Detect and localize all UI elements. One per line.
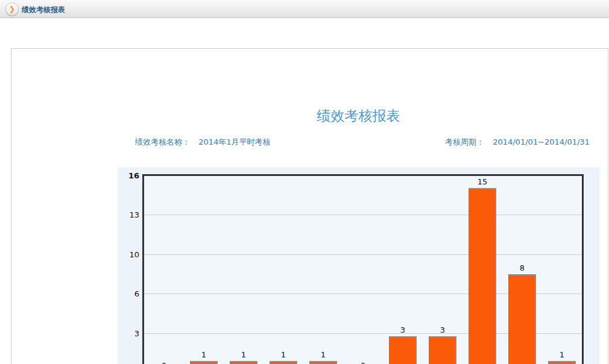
score-distribution-chart: 011110331581 036101316 0-1010-2020-3030-… (118, 168, 599, 364)
assessment-name-value: 2014年1月平时考核 (198, 137, 270, 146)
y-tick-label: 10 (118, 250, 139, 260)
bar (469, 188, 496, 364)
plot-area: 011110331581 (142, 174, 584, 364)
bar (190, 361, 218, 364)
bar-value-label: 8 (502, 263, 542, 272)
bar-value-label: 1 (303, 350, 343, 359)
report-panel: 绩效考核报表 绩效考核名称： 2014年1月平时考核 考核周期： 2014/01… (11, 48, 608, 364)
bar (270, 361, 297, 364)
bar-value-label: 1 (224, 350, 263, 359)
bar (389, 336, 417, 364)
bar-value-label: 1 (542, 350, 582, 359)
breadcrumb-title: 绩效考核报表 (22, 5, 65, 15)
chevron-right-icon: ❯ (5, 2, 19, 16)
gridline (144, 215, 582, 215)
bar-value-label: 1 (263, 350, 303, 359)
bar (508, 274, 536, 364)
y-tick-label: 3 (118, 329, 139, 339)
bar-value-label: 15 (462, 177, 502, 186)
y-tick-label: 16 (118, 171, 139, 181)
gridline (144, 254, 582, 255)
bar-value-label: 0 (144, 361, 184, 364)
assessment-period-field: 考核周期： 2014/01/01~2014/01/31 (445, 137, 590, 148)
bar (429, 336, 456, 364)
bar (230, 361, 257, 364)
bar-value-label: 3 (423, 325, 462, 334)
assessment-name-field: 绩效考核名称： 2014年1月平时考核 (135, 137, 271, 148)
top-breadcrumb-bar: ❯ 绩效考核报表 (0, 0, 609, 18)
y-tick-label: 13 (118, 210, 139, 220)
bar (548, 361, 576, 364)
bar-value-label: 1 (184, 350, 224, 359)
report-title: 绩效考核报表 (118, 107, 599, 125)
y-tick-label: 6 (118, 289, 139, 299)
bar-value-label: 0 (343, 361, 383, 364)
assessment-name-label: 绩效考核名称： (135, 137, 190, 146)
bar (309, 361, 337, 364)
bar-value-label: 3 (383, 325, 423, 334)
assessment-period-value: 2014/01/01~2014/01/31 (493, 137, 590, 146)
assessment-period-label: 考核周期： (445, 137, 484, 146)
